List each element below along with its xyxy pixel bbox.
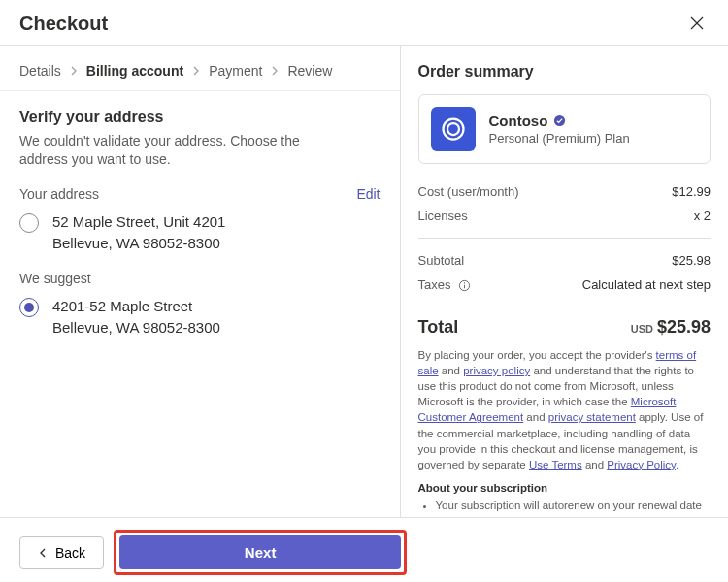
address-option-original[interactable]: 52 Maple Street, Unit 4201 Bellevue, WA … xyxy=(19,211,381,254)
radio-checked-icon[interactable] xyxy=(19,298,39,317)
edit-address-button[interactable]: Edit xyxy=(356,186,380,202)
privacy-policy-link-2[interactable]: Privacy Policy xyxy=(607,459,676,470)
page-title: Checkout xyxy=(19,13,108,35)
licenses-value: x 2 xyxy=(694,209,711,223)
breadcrumb-billing-account[interactable]: Billing account xyxy=(86,63,183,79)
chevron-left-icon xyxy=(38,545,48,561)
total-label: Total xyxy=(418,317,459,338)
svg-point-7 xyxy=(464,282,465,283)
cost-value: $12.99 xyxy=(672,184,711,199)
verify-address-description: We couldn't validate your address. Choos… xyxy=(19,132,349,169)
subtotal-label: Subtotal xyxy=(418,253,465,268)
taxes-label: Taxes xyxy=(418,277,451,292)
chevron-right-icon xyxy=(191,66,201,76)
verify-address-heading: Verify your address xyxy=(19,109,381,126)
breadcrumb-review[interactable]: Review xyxy=(287,63,332,79)
address-option-line2: Bellevue, WA 98052-8300 xyxy=(52,233,225,254)
close-button[interactable] xyxy=(685,12,709,35)
address-option-line1: 4201-52 Maple Street xyxy=(52,296,220,317)
order-summary-heading: Order summary xyxy=(418,63,711,81)
svg-point-3 xyxy=(447,123,459,135)
address-option-line2: Bellevue, WA 98052-8300 xyxy=(52,317,220,339)
divider xyxy=(418,238,711,239)
product-logo xyxy=(431,107,476,151)
licenses-label: Licenses xyxy=(418,209,468,223)
close-icon xyxy=(689,16,705,31)
your-address-label: Your address xyxy=(19,186,99,202)
next-button[interactable]: Next xyxy=(119,535,401,569)
legal-text: By placing your order, you accept the pr… xyxy=(418,347,711,472)
cost-label: Cost (user/month) xyxy=(418,184,519,199)
chevron-right-icon xyxy=(270,66,280,76)
next-button-highlight: Next xyxy=(114,530,407,575)
taxes-value: Calculated at next step xyxy=(582,277,711,292)
chevron-right-icon xyxy=(69,66,79,76)
divider xyxy=(418,307,711,307)
back-button[interactable]: Back xyxy=(19,536,104,569)
about-subscription-heading: About your subscription xyxy=(418,482,711,494)
breadcrumb-details[interactable]: Details xyxy=(19,63,61,79)
subscription-bullet-autorenew: Your subscription will autorenew on your… xyxy=(436,498,711,517)
radio-unchecked-icon[interactable] xyxy=(19,213,39,233)
product-plan: Personal (Premium) Plan xyxy=(489,131,630,146)
privacy-statement-link[interactable]: privacy statement xyxy=(548,411,636,423)
breadcrumb-payment[interactable]: Payment xyxy=(209,63,262,79)
product-card: Contoso Personal (Premium) Plan xyxy=(418,94,711,164)
subtotal-value: $25.98 xyxy=(672,253,711,268)
address-option-suggested[interactable]: 4201-52 Maple Street Bellevue, WA 98052-… xyxy=(19,296,381,339)
product-name: Contoso xyxy=(489,113,548,129)
use-terms-link[interactable]: Use Terms xyxy=(529,459,582,470)
privacy-policy-link[interactable]: privacy policy xyxy=(463,365,530,376)
we-suggest-label: We suggest xyxy=(19,271,381,286)
svg-point-2 xyxy=(443,119,463,140)
address-option-line1: 52 Maple Street, Unit 4201 xyxy=(52,211,225,233)
verified-badge-icon xyxy=(553,114,566,127)
total-value: $25.98 xyxy=(657,317,711,337)
total-currency: USD xyxy=(631,323,653,335)
back-button-label: Back xyxy=(55,545,85,561)
breadcrumb: Details Billing account Payment Review xyxy=(0,46,400,91)
info-icon[interactable] xyxy=(458,279,471,292)
